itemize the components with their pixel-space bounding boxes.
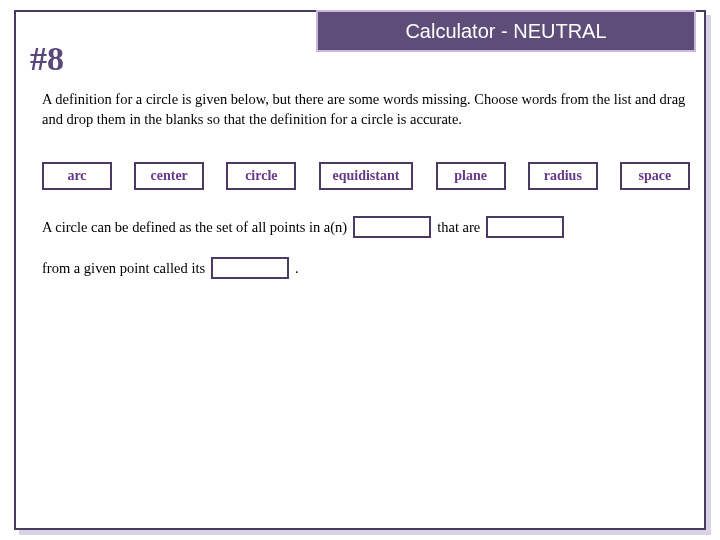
word-chip-equidistant[interactable]: equidistant xyxy=(319,162,414,190)
blank-1[interactable] xyxy=(353,216,431,238)
sentence-part-1: A circle can be defined as the set of al… xyxy=(42,210,347,245)
word-chip-arc[interactable]: arc xyxy=(42,162,112,190)
word-chip-radius[interactable]: radius xyxy=(528,162,598,190)
sentence-part-3: from a given point called its xyxy=(42,251,205,286)
sentence-area: A circle can be defined as the set of al… xyxy=(42,210,690,292)
word-chip-circle[interactable]: circle xyxy=(226,162,296,190)
word-chip-space[interactable]: space xyxy=(620,162,690,190)
sentence-part-4: . xyxy=(295,251,299,286)
word-chip-center[interactable]: center xyxy=(134,162,204,190)
calculator-banner: Calculator - NEUTRAL xyxy=(316,10,696,52)
blank-2[interactable] xyxy=(486,216,564,238)
question-frame: Calculator - NEUTRAL #8 A definition for… xyxy=(14,10,706,530)
word-bank: arc center circle equidistant plane radi… xyxy=(42,162,690,190)
word-chip-plane[interactable]: plane xyxy=(436,162,506,190)
blank-3[interactable] xyxy=(211,257,289,279)
question-number: #8 xyxy=(30,40,64,78)
instructions-text: A definition for a circle is given below… xyxy=(42,90,686,129)
sentence-part-2: that are xyxy=(437,210,480,245)
